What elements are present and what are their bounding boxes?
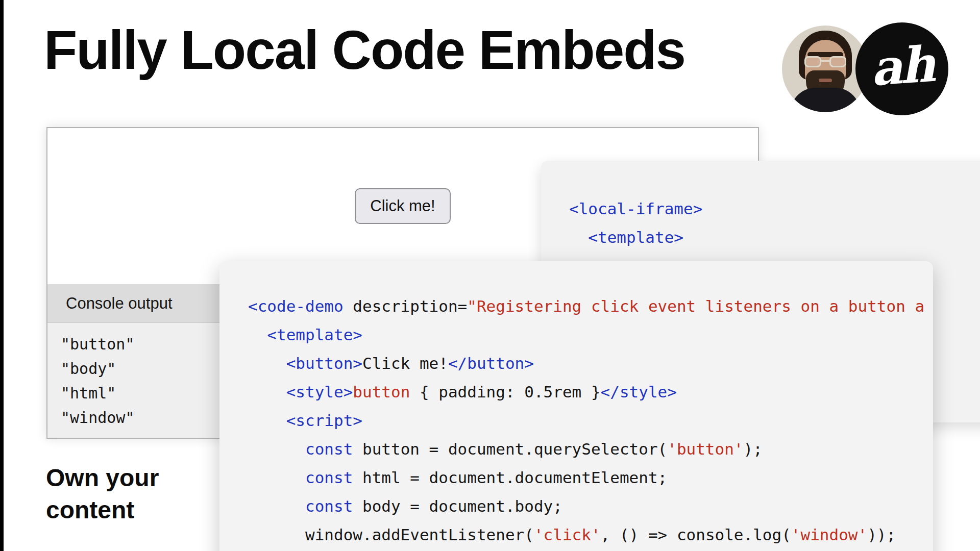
logo-monogram: ah <box>869 35 935 96</box>
code-line: window.addEventListener('click', () => c… <box>248 520 933 549</box>
code-line: <local-iframe> <box>569 194 980 223</box>
code-line: <code-demo description="Registering clic… <box>248 292 933 320</box>
glasses-icon <box>804 56 846 68</box>
code-line: const body = document.body; <box>248 492 933 520</box>
page-title: Fully Local Code Embeds <box>44 18 789 82</box>
click-me-button[interactable]: Click me! <box>355 188 450 224</box>
code-line: const html = document.documentElement; <box>248 463 933 492</box>
left-edge-stripe <box>0 0 4 551</box>
avatar-torso <box>790 88 861 112</box>
embed-code-card: <code-demo description="Registering clic… <box>219 261 933 551</box>
page: Fully Local Code Embeds ah Click me! Con… <box>0 0 980 551</box>
avatar-mouth <box>819 79 832 82</box>
section-heading: Own your content <box>46 462 204 526</box>
embed-code-block: <code-demo description="Registering clic… <box>248 292 933 549</box>
code-line: <style>button { padding: 0.5rem }</style… <box>248 378 933 406</box>
source-code-block: <local-iframe> <template> <box>569 194 980 252</box>
code-line: <script> <box>248 406 933 435</box>
site-logo: ah <box>855 22 948 115</box>
console-output-label: Console output <box>47 294 173 313</box>
code-line: <template> <box>248 320 933 349</box>
code-line: <button>Click me!</button> <box>248 349 933 378</box>
code-line: const button = document.querySelector('b… <box>248 435 933 463</box>
code-line: <template> <box>569 223 980 252</box>
